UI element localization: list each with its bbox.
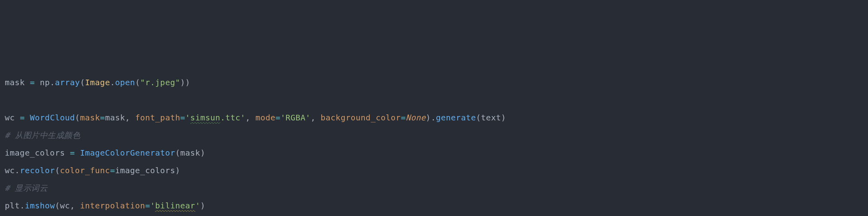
func-open: open [115, 78, 135, 87]
space [25, 113, 30, 122]
func-imagecolorgenerator: ImageColorGenerator [80, 148, 175, 158]
paren-open: ( [80, 78, 85, 87]
paren-open: ( [175, 148, 180, 158]
paren-close: ) [501, 113, 506, 122]
func-wordcloud: WordCloud [30, 113, 75, 122]
assign-op: = [100, 113, 105, 122]
space [25, 78, 30, 87]
paren-open: ( [55, 201, 60, 210]
kwarg-mask: mask [80, 113, 100, 122]
assign-op: = [275, 113, 281, 122]
assign-op: = [180, 113, 185, 122]
kwarg-background-color: background_color [321, 113, 401, 122]
class-image: Image [85, 78, 110, 87]
func-recolor: recolor [20, 166, 55, 175]
paren-open: ( [476, 113, 481, 122]
space [15, 113, 20, 122]
paren-close: ) [180, 78, 185, 87]
variable: image_colors [115, 166, 175, 175]
func-generate: generate [436, 113, 476, 122]
comma: , [245, 113, 255, 122]
variable: text [481, 113, 501, 122]
variable: image_colors [5, 148, 65, 158]
kwarg-interpolation: interpolation [80, 201, 145, 210]
code-line-8[interactable]: plt.axis("off") [5, 214, 863, 216]
module-np: np [40, 78, 50, 87]
string-literal: 'RGBA' [281, 113, 311, 122]
paren-open: ( [135, 78, 140, 87]
assign-op: = [401, 113, 406, 122]
kwarg-font-path: font_path [135, 113, 180, 122]
string-literal: "r.jpeg" [140, 78, 180, 87]
code-line-6[interactable]: # 显示词云 [5, 179, 863, 197]
variable: wc [5, 113, 15, 122]
paren-open: ( [75, 113, 80, 122]
string-literal: .ttc' [220, 113, 245, 122]
quote: ' [195, 201, 201, 210]
code-line-7[interactable]: plt.imshow(wc, interpolation='bilinear') [5, 197, 863, 214]
assign-op: = [110, 166, 115, 175]
paren-close: ) [200, 148, 205, 158]
space [65, 148, 70, 158]
func-imshow: imshow [25, 201, 55, 210]
comma: , [311, 113, 321, 122]
variable: mask [5, 78, 25, 87]
paren-close: ) [426, 113, 431, 122]
paren-close: ) [185, 78, 191, 87]
quote: ' [150, 201, 155, 210]
assign-op: = [30, 78, 35, 87]
code-line-5[interactable]: wc.recolor(color_func=image_colors) [5, 162, 863, 179]
variable: mask [180, 148, 200, 158]
space [35, 78, 40, 87]
blank-line[interactable] [5, 91, 863, 109]
assign-op: = [70, 148, 75, 158]
code-line-1[interactable]: mask = np.array(Image.open("r.jpeg")) [5, 74, 863, 91]
comma: , [125, 113, 135, 122]
dot: . [15, 166, 20, 175]
quote: ' [185, 113, 191, 122]
none-literal: None [406, 113, 426, 122]
lint-wavy-bilinear: bilinear [155, 201, 195, 210]
kwarg-color-func: color_func [60, 166, 110, 175]
dot: . [50, 78, 55, 87]
variable: wc [5, 166, 15, 175]
variable: wc [60, 201, 70, 210]
module-plt: plt [5, 201, 20, 210]
dot: . [110, 78, 115, 87]
code-line-3[interactable]: # 从图片中生成颜色 [5, 126, 863, 144]
paren-open: ( [55, 166, 60, 175]
paren-close: ) [200, 201, 205, 210]
variable: mask [105, 113, 125, 122]
func-array: array [55, 78, 80, 87]
comment: # 从图片中生成颜色 [5, 130, 80, 140]
comment: # 显示词云 [5, 183, 48, 193]
kwarg-mode: mode [255, 113, 275, 122]
paren-close: ) [175, 166, 180, 175]
code-line-4[interactable]: image_colors = ImageColorGenerator(mask) [5, 144, 863, 162]
lint-wavy-simsun: simsun [190, 113, 220, 122]
assign-op: = [20, 113, 25, 122]
assign-op: = [145, 201, 150, 210]
space [75, 148, 80, 158]
comma: , [70, 201, 80, 210]
dot: . [431, 113, 436, 122]
code-line-2[interactable]: wc = WordCloud(mask=mask, font_path='sim… [5, 109, 863, 126]
dot: . [20, 201, 25, 210]
